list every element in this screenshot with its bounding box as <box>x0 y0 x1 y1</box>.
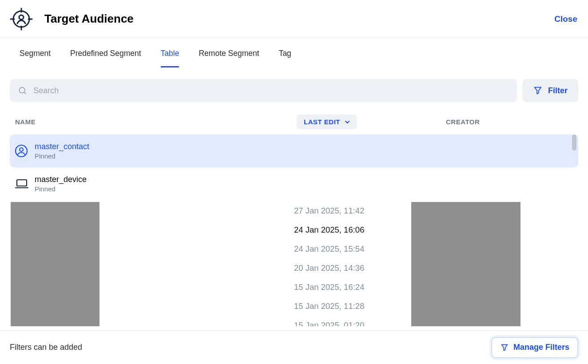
filter-button[interactable]: Filter <box>522 79 578 102</box>
tab-table[interactable]: Table <box>161 49 179 67</box>
search-field[interactable] <box>10 79 517 102</box>
date-value: 24 Jan 2025, 15:54 <box>294 244 364 254</box>
table-row[interactable]: master_device Pinned <box>10 167 578 200</box>
laptop-icon <box>14 176 35 191</box>
search-icon <box>18 86 27 95</box>
target-audience-icon <box>9 7 34 32</box>
header-left: Target Audience <box>9 7 134 32</box>
page-title: Target Audience <box>44 12 134 26</box>
funnel-icon <box>533 86 543 95</box>
header: Target Audience Close <box>0 0 588 38</box>
tab-predefined-segment[interactable]: Predefined Segment <box>70 49 141 67</box>
column-last-edit-header: LAST EDIT <box>297 115 446 129</box>
svg-point-9 <box>20 148 23 151</box>
date-column: 27 Jan 2025, 11:4224 Jan 2025, 16:0624 J… <box>294 206 364 326</box>
footer-hint: Filters can be added <box>10 343 82 352</box>
redacted-names <box>11 202 99 326</box>
row-sub: Pinned <box>35 185 296 193</box>
date-value: 15 Jan 2025, 01:20 <box>294 320 364 326</box>
column-headers: NAME LAST EDIT CREATOR <box>10 115 578 135</box>
date-value: 15 Jan 2025, 11:28 <box>294 301 364 311</box>
row-name: master_device <box>35 175 296 184</box>
user-circle-icon <box>14 144 35 158</box>
row-main: master_device Pinned <box>35 175 296 193</box>
sort-label: LAST EDIT <box>304 118 340 126</box>
funnel-icon <box>500 343 509 352</box>
manage-filters-label: Manage Filters <box>513 343 569 352</box>
search-row: Filter <box>10 79 578 102</box>
tab-remote-segment[interactable]: Remote Segment <box>199 49 259 67</box>
svg-line-7 <box>24 92 26 94</box>
date-value: 20 Jan 2025, 14:36 <box>294 263 364 273</box>
row-sub: Pinned <box>35 152 296 160</box>
row-name: master_contact <box>35 142 296 151</box>
date-value: 27 Jan 2025, 11:42 <box>294 206 364 216</box>
svg-point-1 <box>19 15 24 20</box>
svg-rect-10 <box>17 180 27 186</box>
tab-segment[interactable]: Segment <box>20 49 51 67</box>
sort-last-edit[interactable]: LAST EDIT <box>297 115 357 129</box>
chevron-down-icon <box>345 119 350 125</box>
tab-tag[interactable]: Tag <box>279 49 291 67</box>
svg-point-6 <box>20 87 25 93</box>
row-main: master_contact Pinned <box>35 142 296 160</box>
scrollbar-thumb[interactable] <box>572 135 576 150</box>
close-button[interactable]: Close <box>554 14 577 24</box>
column-creator-header[interactable]: CREATOR <box>446 118 573 126</box>
tabs: SegmentPredefined SegmentTableRemote Seg… <box>10 49 578 67</box>
footer: Filters can be added Manage Filters <box>0 330 588 364</box>
date-value: 15 Jan 2025, 16:24 <box>294 282 364 292</box>
content-area: SegmentPredefined SegmentTableRemote Seg… <box>0 38 588 326</box>
filter-button-label: Filter <box>548 86 568 95</box>
redacted-creators <box>411 202 520 326</box>
table-row[interactable]: master_contact Pinned <box>10 135 578 167</box>
column-name-header[interactable]: NAME <box>15 118 297 126</box>
date-value: 24 Jan 2025, 16:06 <box>294 225 364 235</box>
table-body: master_contact Pinned master_device Pinn… <box>10 135 578 326</box>
manage-filters-button[interactable]: Manage Filters <box>491 337 578 358</box>
search-input[interactable] <box>33 86 509 95</box>
